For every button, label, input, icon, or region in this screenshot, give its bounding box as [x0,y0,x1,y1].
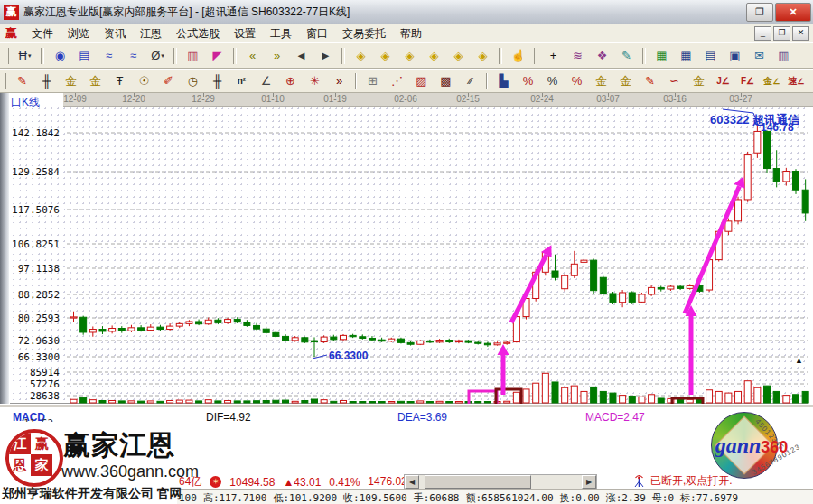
crosshair-icon[interactable]: + [542,45,565,66]
target-icon[interactable]: ⊕ [279,70,302,91]
prev-icon[interactable]: ◄ [290,45,313,66]
menu-item-3[interactable]: 江恩 [133,24,169,43]
hand-icon[interactable]: ☝ [507,45,529,66]
percent-line-icon[interactable]: % [565,70,588,91]
win-tool-icon[interactable]: 赢 [809,70,813,91]
more-icon[interactable]: » [328,70,350,91]
mdi-close-button[interactable]: ✕ [792,26,809,41]
window-controls: ❐ ✕ [744,3,811,22]
last-page-icon[interactable]: » [266,45,288,66]
next-icon[interactable]: ► [314,45,337,66]
gann-arrow-x-icon[interactable]: ◈ [423,45,445,66]
gold-grid2-icon[interactable]: 金 [84,70,107,91]
dynamic-board-icon[interactable]: ▥ [182,45,204,66]
restore-button[interactable]: ❐ [746,3,773,22]
scroll-left-button[interactable]: ◀ [405,475,419,489]
gold-angle-icon[interactable]: 金∠ [761,70,783,91]
grid-comb-icon[interactable]: ╫ [35,70,58,91]
note-icon[interactable]: ▤ [699,45,722,66]
horizontal-scrollbar[interactable]: ◀ ▶ [404,474,597,490]
gold-circle-icon[interactable]: 金 [590,70,612,91]
macd-dif-value: DIF=4.92 [206,411,251,424]
f-line-icon[interactable]: F∠ [736,70,759,91]
wave-gold-icon[interactable]: ∽ [663,70,686,91]
axis-label: 66.3300 [7,351,60,363]
j-line-icon[interactable]: J∠ [712,70,734,91]
macd-macd-value: MACD=2.47 [585,411,645,424]
web-box-icon[interactable]: ▨ [410,70,433,91]
gann-arrow-left-icon[interactable]: ◈ [350,45,372,66]
menu-item-6[interactable]: 工具 [263,24,299,43]
save-icon[interactable]: ▣ [724,45,746,66]
gann-arrow-h-icon[interactable]: ◈ [398,45,421,66]
scrollbar-thumb[interactable] [425,475,531,489]
brand-block: 江 赢 恩 家 赢家江恩 www.360gann.com 郑州亨瑞软件开发有限公… [0,422,177,504]
zoom-icon[interactable]: ◉ [49,45,71,66]
menu-item-7[interactable]: 窗口 [299,24,335,43]
close-button[interactable]: ✕ [775,3,811,22]
toolbar-separator [642,48,646,64]
menu-logo-icon: 赢 [5,25,17,42]
percent-red-icon[interactable]: % [517,70,539,91]
index-percent: 0.41% [329,476,360,489]
hatch-icon[interactable]: ∕∕ [459,70,481,91]
rays-icon[interactable]: ⋰ [386,70,408,91]
angle-pen-icon[interactable]: ∠ [255,70,277,91]
gann-arrow-cross-icon[interactable]: ◈ [472,45,494,66]
date-label: 02-15 [456,94,480,104]
mail-icon[interactable]: ✉ [748,45,771,66]
antenna-icon [632,474,646,488]
order-icon[interactable]: ▥ [772,45,795,66]
calculator-icon[interactable]: ▦ [675,45,697,66]
high-price-callout: 146.78 [761,121,794,134]
menu-item-2[interactable]: 资讯 [97,24,133,43]
starweb-icon[interactable]: ✳ [304,70,326,91]
gann-arrow-star-icon[interactable]: ◈ [447,45,470,66]
ruler-icon[interactable]: ❖ [591,45,613,66]
first-page-icon[interactable]: « [241,45,264,66]
scroll-right-button[interactable]: ▶ [582,475,596,489]
gold-line-icon[interactable]: 金 [614,70,637,91]
calendar-icon[interactable]: ▦ [650,45,673,66]
gold-box-icon[interactable]: 金 [687,70,710,91]
gold-grid-icon[interactable]: 金 [60,70,82,91]
mdi-minimize-button[interactable]: _ [754,26,771,41]
color-flag-icon[interactable]: ◤ [206,45,229,66]
date-label: 01-10 [261,94,285,104]
trend-small-icon[interactable]: ≈ [98,45,120,66]
speed-line-icon[interactable]: 速∠ [785,70,808,91]
menu-item-8[interactable]: 交易委托 [335,24,393,43]
toolbar-grip[interactable] [5,73,6,89]
magnet-icon[interactable]: Ø▾ [146,45,169,66]
fibo-comb-icon[interactable]: Ŧ [108,70,131,91]
menu-item-1[interactable]: 浏览 [61,24,97,43]
wave-mark-icon[interactable]: ≋ [566,45,589,66]
period-icon[interactable]: Ħ▾ [14,45,36,66]
brush-icon[interactable]: ✐ [157,70,180,91]
cycle-icon[interactable]: ◷ [182,70,204,91]
spiral-icon[interactable]: ☉ [133,70,155,91]
trend-small2-icon[interactable]: ≈ [122,45,145,66]
date-label: 03-16 [663,94,687,104]
comb2-icon[interactable]: ╫ [206,70,229,91]
menu-item-9[interactable]: 帮助 [393,24,429,43]
toolbar-grip[interactable] [5,48,9,64]
quote-list-icon[interactable]: ▤ [73,45,96,66]
mdi-restore-button[interactable]: ❐ [773,26,790,41]
red-pen-icon[interactable]: ✎ [639,70,661,91]
toolbar-separator [486,73,488,89]
draw-pen-icon[interactable]: ✎ [11,70,33,91]
menu-item-4[interactable]: 公式选股 [169,24,227,43]
menu-item-0[interactable]: 文件 [24,24,61,43]
box-grid-icon[interactable]: ⊞ [361,70,384,91]
date-label: 02-24 [530,94,554,104]
web-box-dark-icon[interactable]: ▩ [435,70,457,91]
menu-item-5[interactable]: 设置 [227,24,263,43]
gann-arrow-right-icon[interactable]: ◈ [374,45,397,66]
percent-icon[interactable]: % [541,70,564,91]
low-price-callout: 66.3300 [329,350,368,362]
kstat-icon[interactable]: ▙ [492,70,515,91]
n2-icon[interactable]: n² [230,70,253,91]
toolbar-row-1: Ħ▾◉▤≈≈Ø▾▥◤«»◄►◈◈◈◈◈◈☝+≋❖✎▦▦▤▣✉▥ [0,42,813,69]
line-pen-icon[interactable]: ✎ [615,45,638,66]
